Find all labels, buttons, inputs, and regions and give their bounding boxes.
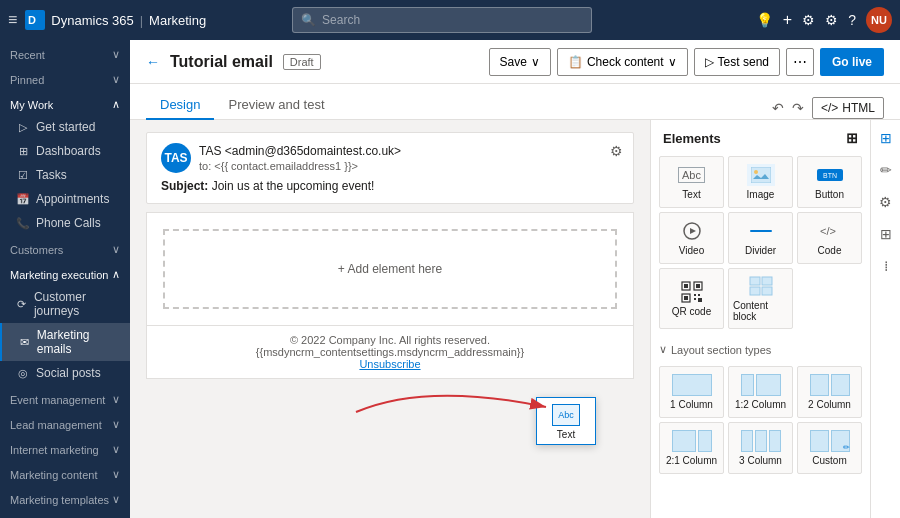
layout-section-divider[interactable]: ∨ Layout section types [651,337,870,362]
search-placeholder: Search [322,13,360,27]
footer-address-token: {{msdyncrm_contentsettings.msdyncrm_addr… [155,346,625,358]
recent-chevron-icon: ∨ [112,48,120,61]
check-content-button[interactable]: 📋 Check content ∨ [557,48,688,76]
sidebar-marketing-content-header[interactable]: Marketing content ∨ [0,460,130,485]
element-code[interactable]: </> Code [797,212,862,264]
divider-element-label: Divider [745,245,776,256]
svg-text:D: D [28,14,36,26]
sidebar-item-tasks[interactable]: ☑ Tasks [0,163,130,187]
sidebar-marketing-exec-header[interactable]: Marketing execution ∧ [0,260,130,285]
layout-1-2-column[interactable]: 1:2 Column [728,366,793,418]
save-dropdown-icon: ∨ [531,55,540,69]
drag-text-element[interactable]: Abc Text [536,397,596,445]
brand-name: Dynamics 365 [51,13,133,28]
elements-panel-title: Elements [663,131,721,146]
lightbulb-icon[interactable]: 💡 [756,12,773,28]
svg-rect-18 [694,298,696,300]
element-qr-code[interactable]: QR code [659,268,724,329]
svg-text:</>: </> [820,225,836,237]
tab-design[interactable]: Design [146,91,214,120]
panel-grid-icon[interactable]: ⊞ [876,222,896,246]
appointments-icon: 📅 [16,193,30,206]
mywork-chevron-icon: ∧ [112,98,120,111]
layout-2-column[interactable]: 2 Column [797,366,862,418]
svg-text:BTN: BTN [823,172,837,179]
page-title: Tutorial email [170,53,273,71]
back-button[interactable]: ← [146,54,160,70]
search-bar[interactable]: 🔍 Search [292,7,592,33]
main-layout: Recent ∨ Pinned ∨ My Work ∧ ▷ Get starte… [0,40,900,518]
undo-button[interactable]: ↶ [772,100,784,116]
sidebar-pinned-header[interactable]: Pinned ∨ [0,65,130,90]
element-button[interactable]: BTN Button [797,156,862,208]
add-icon[interactable]: + [783,11,792,29]
sidebar-internet-marketing-header[interactable]: Internet marketing ∨ [0,435,130,460]
redo-button[interactable]: ↷ [792,100,804,116]
element-content-block[interactable]: Content block [728,268,793,329]
email-subject-line: Subject: Join us at the upcoming event! [161,179,619,193]
sidebar-item-marketing-emails[interactable]: ✉ Marketing emails [0,323,130,361]
layout-2-1-column[interactable]: 2:1 Column [659,422,724,474]
panel-style-icon[interactable]: ⚙ [875,190,896,214]
settings-icon[interactable]: ⚙ [825,12,838,28]
help-icon[interactable]: ? [848,12,856,28]
customers-label: Customers [10,244,63,256]
sidebar-recent-header[interactable]: Recent ∨ [0,40,130,65]
footer-copyright: © 2022 Company Inc. All rights reserved. [155,334,625,346]
email-preview: TAS TAS <admin@d365domaintest.co.uk> to:… [130,120,650,518]
save-button[interactable]: Save ∨ [489,48,551,76]
tab-preview-test[interactable]: Preview and test [214,91,338,120]
layout-1-column[interactable]: 1 Column [659,366,724,418]
sidebar-item-dashboards[interactable]: ⊞ Dashboards [0,139,130,163]
sidebar-item-get-started[interactable]: ▷ Get started [0,115,130,139]
subject-label: Subject: [161,179,208,193]
go-live-button[interactable]: Go live [820,48,884,76]
element-text[interactable]: Abc Text [659,156,724,208]
recent-label: Recent [10,49,45,61]
layout-2-column-label: 2 Column [808,399,851,410]
unsubscribe-link[interactable]: Unsubscribe [359,358,420,370]
social-posts-label: Social posts [36,366,101,380]
element-divider[interactable]: Divider [728,212,793,264]
internet-mktg-chevron-icon: ∨ [112,443,120,456]
text-element-label: Text [682,189,700,200]
element-video[interactable]: Video [659,212,724,264]
subject-text: Join us at the upcoming event! [212,179,375,193]
pinned-label: Pinned [10,74,44,86]
video-element-icon [678,220,706,242]
elements-grid: Abc Text Image [651,152,870,337]
panel-edit-icon[interactable]: ✏ [876,158,896,182]
sidebar-item-customer-journeys[interactable]: ⟳ Customer journeys [0,285,130,323]
sidebar-item-appointments[interactable]: 📅 Appointments [0,187,130,211]
sidebar-marketing-templates-header[interactable]: Marketing templates ∨ [0,485,130,510]
html-toggle-button[interactable]: </> HTML [812,97,884,119]
customers-chevron-icon: ∨ [112,243,120,256]
filter-icon[interactable]: ⚙ [802,12,815,28]
sidebar-lead-management-header[interactable]: Lead management ∨ [0,410,130,435]
drag-arrow-indicator [346,372,566,452]
mywork-label: My Work [10,99,53,111]
sidebar-mywork-header[interactable]: My Work ∧ [0,90,130,115]
email-settings-gear-icon[interactable]: ⚙ [610,143,623,159]
event-mgmt-chevron-icon: ∨ [112,393,120,406]
content-block-element-icon [747,275,775,297]
sidebar-item-phone-calls[interactable]: 📞 Phone Calls [0,211,130,235]
test-send-button[interactable]: ▷ Test send [694,48,780,76]
hamburger-menu[interactable]: ≡ [8,11,17,29]
sidebar-item-social-posts[interactable]: ◎ Social posts [0,361,130,385]
layout-3-column[interactable]: 3 Column [728,422,793,474]
user-avatar[interactable]: NU [866,7,892,33]
panel-more-icon[interactable]: ⁞ [880,254,892,278]
customer-journeys-icon: ⟳ [16,298,28,311]
more-options-button[interactable]: ⋯ [786,48,814,76]
marketing-templates-label: Marketing templates [10,494,109,506]
add-element-area[interactable]: + Add element here [163,229,617,309]
layout-custom[interactable]: ✏ Custom [797,422,862,474]
sidebar-event-management-header[interactable]: Event management ∨ [0,385,130,410]
panel-elements-icon[interactable]: ⊞ [876,126,896,150]
panel-view-toggle-icon[interactable]: ⊞ [846,130,858,146]
sidebar-linkedin-header[interactable]: LinkedIn Lead Gen ∨ [0,510,130,518]
image-element-label: Image [747,189,775,200]
element-image[interactable]: Image [728,156,793,208]
sidebar-customers-header[interactable]: Customers ∨ [0,235,130,260]
